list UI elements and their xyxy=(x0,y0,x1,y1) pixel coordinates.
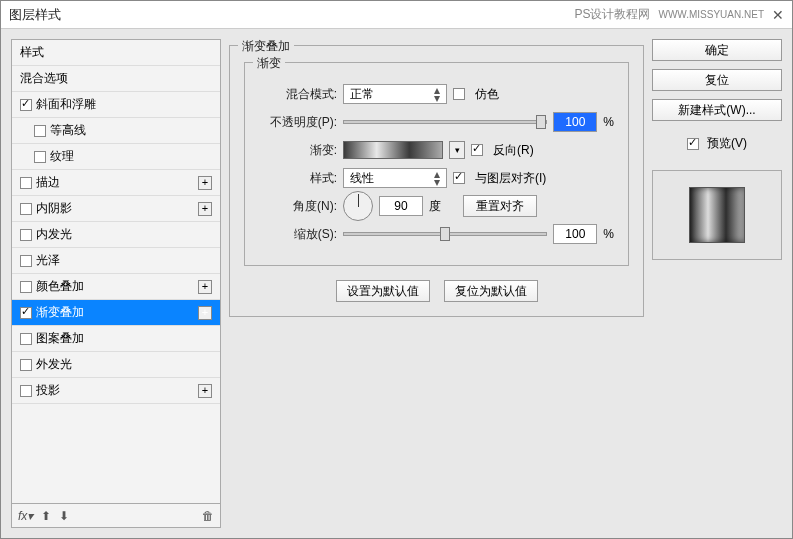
style-select[interactable]: 线性 ▴▾ xyxy=(343,168,447,188)
scale-label: 缩放(S): xyxy=(259,226,337,243)
style-item-label: 等高线 xyxy=(50,122,86,139)
reset-align-button[interactable]: 重置对齐 xyxy=(463,195,537,217)
add-effect-button[interactable]: + xyxy=(198,202,212,216)
style-item[interactable]: 内阴影+ xyxy=(12,196,220,222)
style-item[interactable]: 颜色叠加+ xyxy=(12,274,220,300)
style-item[interactable]: 图案叠加 xyxy=(12,326,220,352)
preview-box xyxy=(652,170,782,260)
add-effect-button[interactable]: + xyxy=(198,280,212,294)
style-checkbox[interactable] xyxy=(20,177,32,189)
reverse-label: 反向(R) xyxy=(493,142,534,159)
group-title: 渐变 xyxy=(253,55,285,72)
opacity-label: 不透明度(P): xyxy=(259,114,337,131)
blend-mode-label: 混合模式: xyxy=(259,86,337,103)
style-checkbox[interactable] xyxy=(20,307,32,319)
style-item[interactable]: 光泽 xyxy=(12,248,220,274)
style-item-label: 内发光 xyxy=(36,226,72,243)
styles-header: 样式 xyxy=(12,40,220,66)
style-item-label: 颜色叠加 xyxy=(36,278,84,295)
align-checkbox[interactable] xyxy=(453,172,465,184)
style-checkbox[interactable] xyxy=(20,229,32,241)
style-item-label: 光泽 xyxy=(36,252,60,269)
cancel-button[interactable]: 复位 xyxy=(652,69,782,91)
arrow-up-icon[interactable]: ⬆ xyxy=(41,509,51,523)
reset-default-button[interactable]: 复位为默认值 xyxy=(444,280,538,302)
add-effect-button[interactable]: + xyxy=(198,306,212,320)
set-default-button[interactable]: 设置为默认值 xyxy=(336,280,430,302)
style-checkbox[interactable] xyxy=(20,333,32,345)
style-item[interactable]: 斜面和浮雕 xyxy=(12,92,220,118)
scale-input[interactable]: 100 xyxy=(553,224,597,244)
style-checkbox[interactable] xyxy=(20,255,32,267)
close-icon[interactable]: ✕ xyxy=(772,7,784,23)
opacity-input[interactable]: 100 xyxy=(553,112,597,132)
style-item[interactable]: 混合选项 xyxy=(12,66,220,92)
watermark-text: PS设计教程网 xyxy=(574,6,650,23)
style-item-label: 纹理 xyxy=(50,148,74,165)
style-item-label: 投影 xyxy=(36,382,60,399)
style-item[interactable]: 等高线 xyxy=(12,118,220,144)
layer-style-dialog: 图层样式 PS设计教程网 WWW.MISSYUAN.NET ✕ 样式混合选项斜面… xyxy=(0,0,793,539)
style-item-label: 描边 xyxy=(36,174,60,191)
style-item-label: 混合选项 xyxy=(20,70,68,87)
angle-input[interactable]: 90 xyxy=(379,196,423,216)
style-checkbox[interactable] xyxy=(20,359,32,371)
style-item[interactable]: 纹理 xyxy=(12,144,220,170)
styles-footer: fx▾ ⬆ ⬇ 🗑 xyxy=(11,504,221,528)
gradient-label: 渐变: xyxy=(259,142,337,159)
add-effect-button[interactable]: + xyxy=(198,384,212,398)
style-item[interactable]: 内发光 xyxy=(12,222,220,248)
percent-label: % xyxy=(603,227,614,241)
style-item-label: 外发光 xyxy=(36,356,72,373)
opacity-slider[interactable] xyxy=(343,120,547,124)
preview-checkbox[interactable] xyxy=(687,138,699,150)
style-item-label: 斜面和浮雕 xyxy=(36,96,96,113)
style-item-label: 渐变叠加 xyxy=(36,304,84,321)
style-checkbox[interactable] xyxy=(20,203,32,215)
gradient-dropdown[interactable]: ▾ xyxy=(449,141,465,159)
new-style-button[interactable]: 新建样式(W)... xyxy=(652,99,782,121)
style-item[interactable]: 描边+ xyxy=(12,170,220,196)
fx-icon[interactable]: fx▾ xyxy=(18,509,33,523)
scale-slider[interactable] xyxy=(343,232,547,236)
style-label: 样式: xyxy=(259,170,337,187)
ok-button[interactable]: 确定 xyxy=(652,39,782,61)
angle-label: 角度(N): xyxy=(259,198,337,215)
preview-swatch xyxy=(689,187,745,243)
dither-label: 仿色 xyxy=(475,86,499,103)
style-checkbox[interactable] xyxy=(20,99,32,111)
dither-checkbox[interactable] xyxy=(453,88,465,100)
align-label: 与图层对齐(I) xyxy=(475,170,546,187)
dialog-content: 样式混合选项斜面和浮雕等高线纹理描边+内阴影+内发光光泽颜色叠加+渐变叠加+图案… xyxy=(1,29,792,538)
add-effect-button[interactable]: + xyxy=(198,176,212,190)
titlebar: 图层样式 PS设计教程网 WWW.MISSYUAN.NET ✕ xyxy=(1,1,792,29)
angle-dial[interactable] xyxy=(343,191,373,221)
section-title: 渐变叠加 xyxy=(238,38,294,55)
arrow-down-icon[interactable]: ⬇ xyxy=(59,509,69,523)
section-gradient-overlay: 渐变叠加 渐变 混合模式: 正常 ▴▾ 仿色 不透明度(P): xyxy=(229,45,644,317)
preview-label: 预览(V) xyxy=(707,135,747,152)
window-title: 图层样式 xyxy=(9,6,61,24)
group-gradient: 渐变 混合模式: 正常 ▴▾ 仿色 不透明度(P): 100 xyxy=(244,62,629,266)
angle-unit: 度 xyxy=(429,198,441,215)
watermark-url: WWW.MISSYUAN.NET xyxy=(658,9,764,20)
chevron-updown-icon: ▴▾ xyxy=(434,170,440,187)
percent-label: % xyxy=(603,115,614,129)
style-item[interactable]: 投影+ xyxy=(12,378,220,404)
styles-panel: 样式混合选项斜面和浮雕等高线纹理描边+内阴影+内发光光泽颜色叠加+渐变叠加+图案… xyxy=(11,39,221,528)
trash-icon[interactable]: 🗑 xyxy=(202,509,214,523)
blend-mode-select[interactable]: 正常 ▴▾ xyxy=(343,84,447,104)
styles-list: 样式混合选项斜面和浮雕等高线纹理描边+内阴影+内发光光泽颜色叠加+渐变叠加+图案… xyxy=(11,39,221,504)
style-checkbox[interactable] xyxy=(20,281,32,293)
style-item[interactable]: 外发光 xyxy=(12,352,220,378)
gradient-preview[interactable] xyxy=(343,141,443,159)
style-checkbox[interactable] xyxy=(34,151,46,163)
style-item[interactable]: 渐变叠加+ xyxy=(12,300,220,326)
style-item-label: 图案叠加 xyxy=(36,330,84,347)
chevron-updown-icon: ▴▾ xyxy=(434,86,440,103)
style-checkbox[interactable] xyxy=(20,385,32,397)
style-checkbox[interactable] xyxy=(34,125,46,137)
reverse-checkbox[interactable] xyxy=(471,144,483,156)
style-item-label: 内阴影 xyxy=(36,200,72,217)
action-panel: 确定 复位 新建样式(W)... 预览(V) xyxy=(652,39,782,528)
